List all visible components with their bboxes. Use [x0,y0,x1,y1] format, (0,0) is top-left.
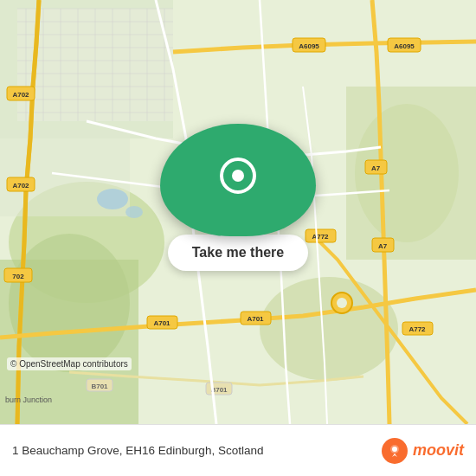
svg-text:702: 702 [12,273,24,280]
svg-text:B701: B701 [91,383,108,390]
svg-text:A772: A772 [408,325,426,333]
svg-text:A701: A701 [153,319,170,327]
svg-text:A702: A702 [12,182,29,190]
bottom-bar: 1 Beauchamp Grove, EH16 Edinburgh, Scotl… [0,424,476,476]
location-pin-icon [220,158,256,194]
location-overlay: Take me there [160,124,316,271]
svg-point-28 [97,189,128,209]
svg-point-29 [125,206,143,218]
svg-point-60 [392,447,397,452]
svg-text:burn Junction: burn Junction [5,396,52,404]
address-text: 1 Beauchamp Grove, EH16 Edinburgh, Scotl… [12,444,382,457]
svg-text:A6095: A6095 [394,42,415,50]
moovit-pin-icon [387,443,402,459]
svg-text:A7: A7 [371,164,381,172]
moovit-logo: moovit [382,438,464,464]
svg-point-4 [260,277,398,381]
take-me-there-button[interactable]: Take me there [168,235,308,271]
moovit-icon [382,438,408,464]
location-blob [160,124,316,236]
moovit-brand-text: moovit [413,441,464,460]
svg-point-57 [337,298,347,308]
svg-text:A702: A702 [12,91,29,99]
osm-credit: © OpenStreetMap contributors [7,357,132,370]
svg-text:A7: A7 [378,242,388,250]
map-container: A702 A702 702 A6095 A6095 A7 A7 A772 A77… [0,0,476,424]
svg-text:A6095: A6095 [299,42,319,50]
svg-text:A701: A701 [247,315,264,323]
